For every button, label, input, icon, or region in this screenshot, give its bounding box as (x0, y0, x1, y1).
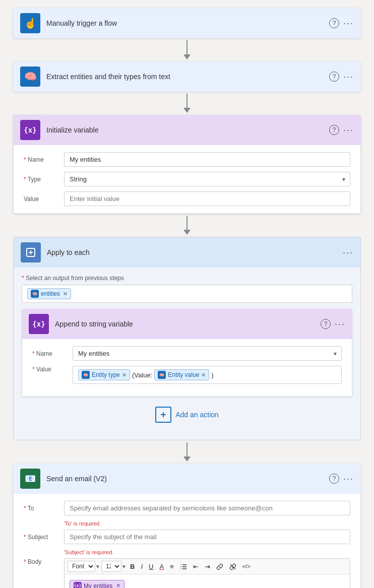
value-input[interactable] (64, 191, 350, 206)
apply-each-icon (21, 242, 41, 263)
email-header: 📧 Send an email (V2) ? ··· (13, 464, 361, 494)
add-action-inner-btn[interactable]: Add an action (155, 407, 219, 423)
subject-error: 'Subject' is required. (64, 549, 350, 555)
italic-btn[interactable]: I (138, 562, 145, 571)
email-more-icon[interactable]: ··· (343, 474, 354, 484)
trigger-title: Manually trigger a flow (46, 19, 329, 27)
entity-value-remove[interactable]: ✕ (201, 372, 206, 378)
entities-token-label: entities (41, 290, 60, 297)
init-var-actions: ? ··· (329, 125, 354, 136)
extract-more-icon[interactable]: ··· (343, 72, 354, 82)
append-card-title: Append to string variable (55, 320, 321, 328)
extract-title: Extract entities and their types from te… (46, 73, 329, 81)
body-field-row: Body Font ▾ 12 8 10 14 18 24 (24, 558, 350, 588)
email-title: Send an email (V2) (46, 475, 329, 483)
numbered-btn[interactable]: 1 2 3 (177, 561, 190, 571)
entity-type-token: 🧠 Entity type ✕ (78, 369, 130, 380)
append-card-icon: {x} (29, 314, 49, 334)
apply-each-card: Apply to each ··· Select an output from … (13, 237, 361, 440)
init-var-card: {x} Initialize variable ? ··· Name Type … (13, 115, 361, 214)
body-toolbar: Font ▾ 12 8 10 14 18 24 ▾ B I (65, 559, 350, 574)
extract-actions: ? ··· (329, 72, 354, 82)
value-middle-text: (Value: (132, 371, 152, 379)
apply-each-outer: Apply to each ··· Select an output from … (13, 237, 361, 440)
apply-each-body: Select an output from previous steps 🧠 e… (14, 268, 360, 440)
append-value-box[interactable]: 🧠 Entity type ✕ (Value: 🧠 (73, 366, 342, 384)
arrow-3 (183, 216, 191, 235)
my-entities-body-token: {x} My entities ✕ (70, 580, 124, 589)
select-output-label: Select an output from previous steps (22, 275, 352, 282)
append-help-icon[interactable]: ? (321, 319, 331, 329)
trigger-help-icon[interactable]: ? (329, 18, 339, 28)
entity-value-label: Entity value (168, 371, 199, 378)
email-body: To 'To' is required. Subject 'Subject' i… (13, 494, 361, 588)
apply-each-title: Apply to each (47, 248, 343, 256)
entity-value-token: 🧠 Entity value ✕ (154, 369, 209, 380)
my-entities-token-remove[interactable]: ✕ (116, 582, 120, 588)
append-card: {x} Append to string variable ? ··· Name (22, 309, 352, 397)
append-card-header: {x} Append to string variable ? ··· (22, 309, 352, 339)
entities-token-icon: 🧠 (31, 290, 39, 298)
chevron-font-icon: ▾ (96, 563, 99, 570)
unlink-btn[interactable] (227, 561, 239, 571)
append-name-select[interactable]: My entities (73, 346, 342, 361)
to-input[interactable] (64, 501, 350, 515)
extract-help-icon[interactable]: ? (329, 72, 339, 82)
init-var-icon: {x} (20, 120, 40, 140)
output-token-row[interactable]: 🧠 entities ✕ (22, 285, 352, 303)
init-var-body: Name Type String Integer Float Boolean A… (13, 145, 361, 214)
code-btn[interactable]: </> (240, 562, 253, 570)
indent-increase-btn[interactable]: ⇥ (202, 562, 213, 571)
name-input[interactable] (64, 152, 350, 167)
body-label: Body (24, 558, 64, 565)
body-content[interactable]: {x} My entities ✕ (65, 574, 350, 588)
email-icon: 📧 (20, 469, 40, 489)
append-card-body: Name My entities ▾ Value (22, 339, 352, 397)
inner-cards: {x} Append to string variable ? ··· Name (22, 309, 352, 423)
indent-decrease-btn[interactable]: ⇤ (191, 562, 201, 571)
trigger-actions: ? ··· (329, 18, 354, 29)
subject-field-row: Subject (24, 530, 350, 544)
font-select[interactable]: Font (68, 561, 95, 572)
type-label: Type (24, 176, 64, 183)
arrow-1 (183, 40, 191, 59)
bullets-btn[interactable]: ≡ (167, 562, 176, 571)
init-var-help-icon[interactable]: ? (329, 125, 339, 135)
arrow-2 (183, 94, 191, 113)
font-color-btn[interactable]: A (157, 562, 166, 571)
svg-text:3: 3 (180, 567, 182, 570)
apply-each-header: Apply to each ··· (14, 237, 360, 268)
to-label: To (24, 505, 64, 512)
append-name-label: Name (32, 350, 73, 357)
link-btn[interactable] (214, 561, 226, 571)
entities-token: 🧠 entities ✕ (27, 288, 71, 299)
append-card-actions: ? ··· (321, 319, 345, 330)
font-size-select[interactable]: 12 8 10 14 18 24 (101, 561, 121, 572)
trigger-more-icon[interactable]: ··· (343, 18, 354, 29)
add-action-inner-label: Add an action (175, 411, 219, 419)
name-field-row: Name (24, 152, 350, 167)
email-help-icon[interactable]: ? (329, 474, 339, 484)
chevron-size-icon: ▾ (122, 563, 126, 570)
bold-btn[interactable]: B (128, 562, 137, 571)
underline-btn[interactable]: U (146, 562, 156, 571)
email-card: 📧 Send an email (V2) ? ··· To 'To' is re… (13, 464, 361, 588)
append-more-icon[interactable]: ··· (335, 319, 345, 330)
apply-each-actions: ··· (343, 247, 353, 258)
init-var-header: {x} Initialize variable ? ··· (13, 115, 361, 145)
email-actions: ? ··· (329, 474, 354, 484)
value-end-text: ) (211, 371, 213, 379)
type-field-row: Type String Integer Float Boolean Array … (24, 172, 350, 186)
add-action-inner-icon (155, 407, 171, 423)
apply-each-more-icon[interactable]: ··· (343, 247, 353, 258)
entity-type-icon: 🧠 (82, 371, 90, 379)
subject-input[interactable] (64, 530, 350, 544)
trigger-icon: ☝ (20, 13, 40, 33)
trigger-header: ☝ Manually trigger a flow ? ··· (13, 8, 361, 38)
append-value-label: Value (32, 366, 73, 373)
trigger-card: ☝ Manually trigger a flow ? ··· (13, 8, 361, 38)
type-select[interactable]: String Integer Float Boolean Array Objec… (64, 172, 350, 186)
init-var-more-icon[interactable]: ··· (343, 125, 354, 136)
entities-token-remove[interactable]: ✕ (63, 291, 68, 297)
entity-type-remove[interactable]: ✕ (122, 372, 127, 378)
